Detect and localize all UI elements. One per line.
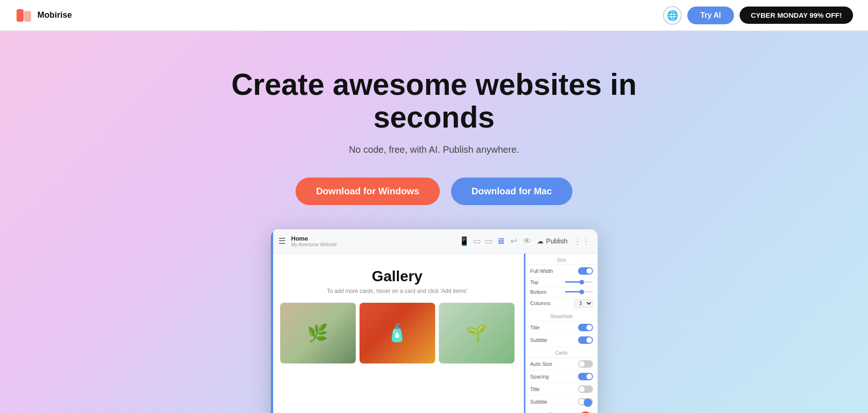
bottom-slider[interactable] [565, 291, 593, 292]
toolbar-left: ☰ Home My Awesome Website [278, 235, 453, 247]
logo-text: Mobirise [37, 10, 72, 20]
full-width-row: Full Width [526, 265, 598, 278]
app-toolbar: ☰ Home My Awesome Website 📱 ▭ ▭ 🖥 ↩ 👁 ☁ … [271, 229, 598, 254]
card-subtitle-label: Subtitle [530, 399, 548, 405]
site-url: My Awesome Website [291, 242, 337, 247]
gallery-title: Gallery [280, 268, 515, 285]
svg-rect-2 [24, 11, 31, 21]
logo: Mobirise [15, 7, 72, 24]
site-info: Home My Awesome Website [291, 235, 337, 247]
subtitle-show-toggle[interactable] [578, 336, 593, 344]
globe-icon: 🌐 [667, 10, 678, 21]
tablet-landscape-icon[interactable]: ▭ [485, 236, 493, 246]
subtitle-show-label: Subtitle [530, 337, 548, 343]
gallery-image-plants2: 🌱 [439, 303, 515, 363]
top-row: Top [526, 278, 598, 287]
download-windows-button[interactable]: Download for Windows [296, 178, 440, 205]
spacing-toggle[interactable] [578, 373, 593, 380]
app-canvas: Gallery To add more cards, hover on a ca… [271, 254, 525, 413]
title-show-row: Title [526, 321, 598, 334]
download-mac-button[interactable]: Download for Mac [451, 178, 572, 205]
bottom-row: Bottom [526, 287, 598, 297]
full-width-label: Full Width [530, 268, 553, 274]
publish-button[interactable]: ☁ Publish [537, 237, 568, 245]
title-show-toggle[interactable] [578, 324, 593, 331]
color-picker-dot[interactable] [584, 399, 592, 407]
gallery-image-plant: 🌿 [280, 303, 356, 363]
tablet-portrait-icon[interactable]: ▭ [473, 236, 481, 246]
desktop-icon[interactable]: 🖥 [496, 236, 505, 246]
hamburger-icon[interactable]: ☰ [278, 236, 286, 246]
gallery-image-bottles: 🧴 [360, 303, 435, 363]
hero-buttons: Download for Windows Download for Mac [296, 178, 572, 205]
card-title-toggle[interactable] [578, 385, 593, 393]
gallery-card-3: 🌱 [439, 303, 515, 363]
cyber-monday-button[interactable]: CYBER MONDAY 99% OFF! [740, 7, 853, 24]
spacing-row: Spacing [526, 370, 598, 383]
columns-select[interactable]: 324 [574, 299, 593, 308]
full-width-toggle[interactable] [578, 267, 593, 275]
mobile-icon[interactable]: 📱 [459, 236, 469, 246]
navbar: Mobirise 🌐 Try AI CYBER MONDAY 99% OFF! [0, 0, 868, 31]
top-label: Top [530, 279, 539, 285]
title-show-label: Title [530, 325, 540, 330]
columns-row: Columns 324 [526, 297, 598, 310]
navbar-actions: 🌐 Try AI CYBER MONDAY 99% OFF! [663, 6, 853, 25]
spacing-label: Spacing [530, 374, 549, 379]
app-content: Gallery To add more cards, hover on a ca… [271, 254, 598, 413]
auto-size-label: Auto Size [530, 361, 552, 367]
bottom-label: Bottom [530, 289, 547, 295]
card-title-label: Title [530, 386, 540, 392]
show-hide-section-title: Show/Hide [526, 310, 598, 321]
site-name: Home [291, 235, 337, 242]
cards-section-title: Cards [526, 347, 598, 358]
language-button[interactable]: 🌐 [663, 6, 682, 25]
auto-size-toggle[interactable] [578, 360, 593, 368]
columns-label: Columns [530, 300, 550, 306]
size-section-title: Size [526, 254, 598, 265]
gallery-subtitle: To add more cards, hover on a card and c… [280, 288, 515, 294]
auto-size-row: Auto Size [526, 358, 598, 370]
gallery-grid: 🌿 🧴 🌱 [280, 303, 515, 363]
try-ai-button[interactable]: Try AI [687, 7, 734, 24]
card-title-row: Title [526, 383, 598, 396]
cloud-icon: ☁ [537, 237, 543, 245]
undo-icon[interactable]: ↩ [510, 236, 517, 246]
hero-subtitle: No code, free, with AI. Publish anywhere… [349, 144, 519, 155]
gallery-card-1: 🌿 [280, 303, 356, 363]
device-switcher: 📱 ▭ ▭ 🖥 [459, 236, 505, 246]
svg-rect-1 [17, 9, 23, 21]
mobirise-logo-icon [15, 7, 33, 24]
hero-section: Create awesome websites in seconds No co… [0, 31, 868, 413]
toolbar-actions: ↩ 👁 ☁ Publish ⋮⋮ [510, 236, 590, 246]
preview-icon[interactable]: 👁 [523, 236, 531, 246]
hero-title: Create awesome websites in seconds [224, 68, 644, 134]
more-options-icon[interactable]: ⋮⋮ [573, 236, 590, 246]
top-slider[interactable] [565, 281, 593, 283]
subtitle-show-row: Subtitle [526, 334, 598, 347]
app-screenshot: ☰ Home My Awesome Website 📱 ▭ ▭ 🖥 ↩ 👁 ☁ … [271, 229, 598, 413]
settings-panel: Size Full Width Top Bottom [525, 254, 598, 413]
gallery-card-2: 🧴 [360, 303, 435, 363]
